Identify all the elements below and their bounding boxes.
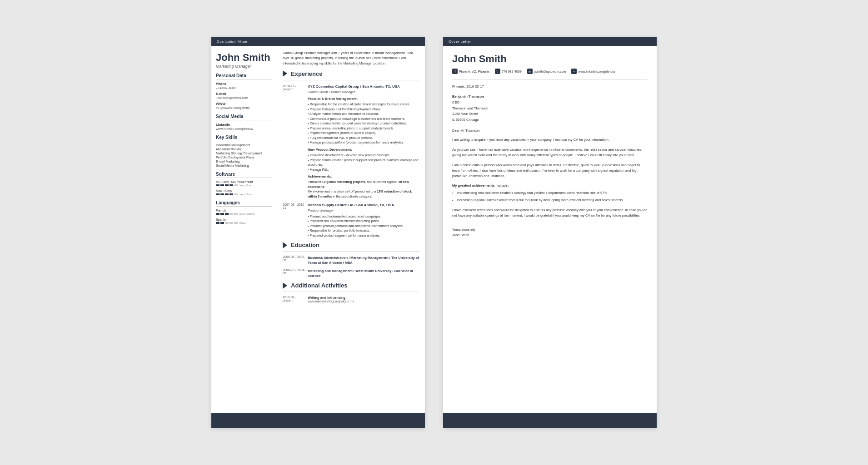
cv-header-label: Curriculum Vitae	[217, 40, 247, 44]
exp-bullet: • Provided product portfolios and compet…	[308, 224, 419, 229]
experience-entry: 2010-12 - presentXYZ Cosmetics Capital G…	[283, 84, 419, 199]
experience-entry: 2007-09 - 2010-11Kitchen Supply Center L…	[283, 203, 419, 238]
cl-recipient: Benjamin ThomsonCEOThomson and Thomson11…	[452, 94, 648, 123]
cv-document: Curriculum Vitae John Smith Marketing Ma…	[211, 37, 425, 428]
cl-linkedin: in www.linkedin.com/johnutw	[571, 69, 615, 74]
lang-rating-dot	[225, 213, 229, 215]
edu-degree: Business Administration / Marketing Mana…	[308, 255, 419, 266]
education-entries: 2005-09 - 2007-05Business Administration…	[283, 255, 419, 278]
personal-section-title: Personal Data	[216, 73, 272, 79]
experience-entries: 2010-12 - presentXYZ Cosmetics Capital G…	[283, 84, 419, 238]
edu-content: Business Administration / Marketing Mana…	[308, 255, 419, 266]
exp-sub-title: New Product Development:	[308, 147, 419, 152]
education-entry: 2000-10 - 2004-05Marketing and Managemen…	[283, 268, 419, 279]
rating-dot	[225, 193, 229, 195]
cl-email: ✉ j.smith@uptowork.com	[527, 69, 566, 74]
cl-linkedin-text: www.linkedin.com/johnutw	[578, 70, 615, 73]
cl-achievement-item: Increasing regional sales revenue from $…	[452, 198, 648, 203]
exp-bullet: • Manage product portfolio (product segm…	[308, 140, 419, 145]
exp-content: Kitchen Supply Center Ltd / San Antonio,…	[308, 203, 419, 238]
phone-value: 774-987-4009	[216, 86, 272, 89]
cl-phone-text: 774-987-4009	[502, 70, 522, 73]
software-name: Mail Chimp	[216, 189, 272, 193]
edu-date: 2000-10 - 2004-05	[283, 268, 308, 279]
software-name: MS Excel, MS PowerPoint	[216, 180, 272, 183]
cl-document: Cover Letter John Smith 📍 Phoenix, AZ, P…	[443, 37, 657, 428]
education-entry: 2005-09 - 2007-05Business Administration…	[283, 255, 419, 266]
exp-bullet: • Project management (teams of up to 5 p…	[308, 131, 419, 136]
cl-paragraphs: I am writing to enquire if you have any …	[452, 137, 648, 179]
act-content: Writing and Influencingwww.mymarketingca…	[308, 296, 419, 303]
cl-achievement-item: Implementing new customer relations stra…	[452, 190, 648, 196]
skill-item: E-mail Marketing	[216, 160, 272, 163]
rating-dot	[220, 184, 224, 186]
rating-label: Very Good	[239, 184, 252, 187]
skills-list: Innovation ManagementAnalytical Thinking…	[216, 143, 272, 167]
exp-bullet: • Responsible for the creation of global…	[308, 102, 419, 107]
edu-date: 2005-09 - 2007-05	[283, 255, 308, 266]
exp-sub-title: Achievements:	[308, 174, 419, 179]
languages-section-title: Languages	[216, 200, 272, 207]
experience-arrow-icon	[283, 70, 287, 77]
exp-company: XYZ Cosmetics Capital Group / San Antoni…	[308, 84, 419, 89]
cl-salutation: Dear Mr Thomson	[452, 129, 648, 133]
cv-summary-text: Global Group Product Manager with 7 year…	[283, 51, 413, 65]
exp-bullet: • Prepared product segment performance a…	[308, 233, 419, 238]
software-item: Mail ChimpVery Good	[216, 189, 272, 196]
email-value: j.smith@uptowork.com	[216, 96, 272, 99]
software-list: MS Excel, MS PowerPointVery GoodMail Chi…	[216, 180, 272, 196]
www-value: cv.uptowork.com/j.smith	[216, 106, 272, 109]
phone-label: Phone	[216, 82, 272, 86]
language-item: FrenchIntermediate	[216, 209, 272, 215]
cl-phone: 📞 774-987-4009	[495, 69, 522, 74]
cl-paragraph: I am a conscientious person who works ha…	[452, 163, 648, 179]
cl-closing-text: I have excellent references and would be…	[452, 208, 648, 218]
lang-rating-dot	[229, 213, 233, 215]
rating-bar: Very Good	[216, 193, 272, 196]
exp-bullet: • Prepare communication plans to support…	[308, 158, 419, 168]
lang-rating-dot	[216, 222, 219, 224]
exp-bullet: • Responsible for product portfolio fore…	[308, 228, 419, 233]
rating-bar: Very Good	[216, 184, 272, 187]
lang-rating-dot	[229, 222, 233, 224]
skill-item: Marketing Strategy Development	[216, 152, 272, 155]
rating-dot	[234, 193, 238, 195]
cl-sig-name: John Smith	[452, 233, 648, 237]
rating-dot	[216, 184, 219, 186]
phone-icon: 📞	[495, 69, 500, 74]
exp-bullet: • Prepared and delivered effective marke…	[308, 219, 419, 224]
cv-footer	[211, 413, 425, 428]
education-section-header: Education	[283, 242, 419, 248]
experience-section-title: Experience	[291, 70, 322, 77]
exp-bullet: • Prepare annual marketing plans to supp…	[308, 126, 419, 131]
social-section-title: Social Media	[216, 114, 272, 120]
lang-rating-dot	[220, 213, 224, 215]
skill-item: Innovation Management	[216, 143, 272, 147]
exp-bullet: • Prepare Category and Portfolio Deploym…	[308, 107, 419, 112]
cl-email-text: j.smith@uptowork.com	[534, 70, 566, 73]
cl-name: John Smith	[452, 53, 648, 65]
exp-role: Global Group Product Manager	[308, 89, 419, 94]
exp-bullet: • Fully responsible for P&L of product p…	[308, 136, 419, 141]
edu-content: Marketing and Management / West Miami Un…	[308, 268, 419, 279]
cv-main-content: Global Group Product Manager with 7 year…	[277, 46, 425, 413]
cl-achievements-title: My greatest achievements include:	[452, 183, 648, 188]
cl-paragraph: As you can see, I have had extensive vac…	[452, 147, 648, 158]
skill-item: Portfolio Deployment Plans	[216, 156, 272, 159]
rating-dot	[225, 184, 229, 186]
cl-sign-off: Yours sincerely	[452, 228, 648, 232]
exp-company: Kitchen Supply Center Ltd / San Antonio,…	[308, 203, 419, 208]
linkedin-icon: in	[571, 69, 577, 74]
exp-bullet: • Communicate product knowledge to custo…	[308, 117, 419, 122]
cl-achievements: Implementing new customer relations stra…	[452, 190, 648, 203]
cv-name: John Smith	[216, 52, 272, 63]
cl-date: Phoenix, 2016-05-17	[452, 84, 648, 89]
rating-dot	[216, 193, 219, 195]
lang-rating-dot	[216, 213, 219, 215]
exp-bullet: • Manage P&L.	[308, 168, 419, 173]
language-name: Spanish	[216, 218, 272, 221]
exp-achievement: I finalized 10 global marketing projects…	[308, 180, 419, 189]
act-title: Writing and Influencing	[308, 296, 419, 300]
cl-footer	[443, 413, 657, 428]
cl-body: John Smith 📍 Phoenix, AZ, Phoenix 📞 774-…	[443, 46, 657, 413]
